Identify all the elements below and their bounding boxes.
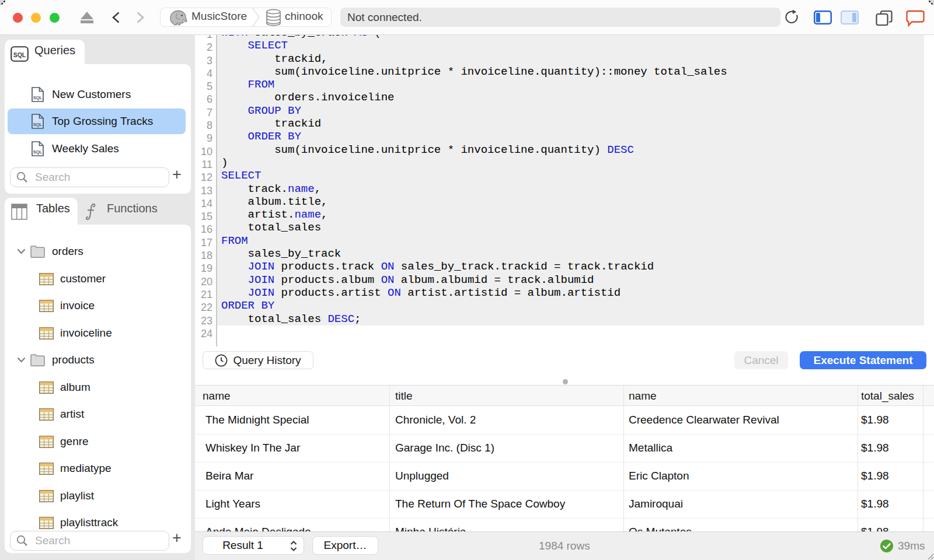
svg-text:SQL: SQL [33, 149, 43, 155]
svg-text:SQL: SQL [33, 95, 43, 100]
svg-text:SQL: SQL [33, 122, 43, 127]
svg-text:SQL: SQL [13, 51, 26, 58]
